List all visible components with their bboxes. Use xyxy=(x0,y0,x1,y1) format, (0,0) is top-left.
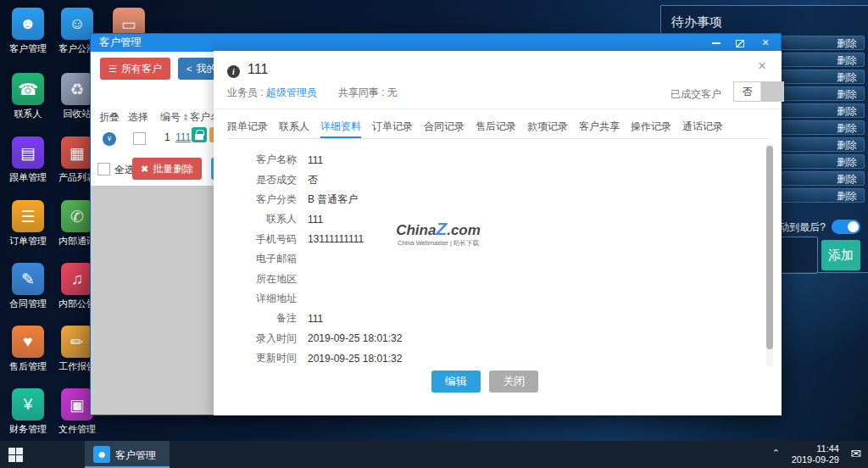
yuan-icon: ¥ xyxy=(12,388,44,421)
form-row: 录入时间2019-09-25 18:01:32 xyxy=(214,329,756,348)
app-label: 文件管理 xyxy=(53,423,101,436)
toggle-knob xyxy=(848,221,859,232)
delete-todo-button[interactable]: 删除 xyxy=(837,105,857,117)
form-row: 是否成交否 xyxy=(214,170,756,189)
delete-todo-button[interactable]: 删除 xyxy=(837,190,857,202)
tab-跟单记录[interactable]: 跟单记录 xyxy=(227,116,268,136)
column-header-2[interactable]: 编号⇕ xyxy=(160,110,189,125)
document-icon: ☰ xyxy=(12,200,44,232)
delete-todo-button[interactable]: 删除 xyxy=(837,71,857,83)
field-value: 13111111111 xyxy=(308,233,364,245)
form-row: 电子邮箱 xyxy=(214,249,756,269)
all-customers-button[interactable]: ☰所有客户 xyxy=(100,58,170,80)
speaker-icon: ♫ xyxy=(61,263,93,295)
taskbar-clock: 11:44 2019-09-29 xyxy=(792,443,839,465)
edit-button[interactable]: 编辑 xyxy=(431,370,481,393)
app-label: 跟单管理 xyxy=(4,171,52,184)
tab-详细资料[interactable]: 详细资料 xyxy=(320,116,361,138)
field-value: 111 xyxy=(308,313,323,325)
start-button[interactable] xyxy=(8,448,23,462)
salesman-link[interactable]: 超级管理员 xyxy=(266,86,317,98)
customers-icon: ☻ xyxy=(12,8,44,40)
maximize-button[interactable] xyxy=(730,34,750,52)
collapse-row-toggle[interactable]: ∨ xyxy=(103,132,116,146)
desktop-app-follow-up-management[interactable]: ▤跟单管理 xyxy=(4,136,52,184)
tab-客户共享[interactable]: 客户共享 xyxy=(579,116,620,136)
field-label: 客户分类 xyxy=(214,192,297,207)
desktop-app-finance-management[interactable]: ¥财务管理 xyxy=(4,388,52,436)
minimize-button[interactable] xyxy=(706,34,726,52)
field-value: 否 xyxy=(308,173,318,187)
contacts-icon: ☎ xyxy=(12,73,44,105)
pen-icon: ✏ xyxy=(61,326,93,358)
desktop-app-order-management[interactable]: ☰订单管理 xyxy=(4,200,52,248)
taskbar-task-customer-management[interactable]: ☻ 客户管理 xyxy=(85,441,170,468)
delete-todo-button[interactable]: 删除 xyxy=(837,156,857,168)
field-label: 更新时间 xyxy=(214,351,297,365)
form-row: 客户名称111 xyxy=(214,150,756,170)
taskbar-date: 2019-09-29 xyxy=(792,454,839,465)
form-row: 所在地区 xyxy=(214,269,756,288)
salesman-label: 业务员 : xyxy=(227,86,264,98)
tab-操作记录[interactable]: 操作记录 xyxy=(631,116,671,136)
field-label: 联系人 xyxy=(214,212,297,226)
desktop-app-contacts[interactable]: ☎联系人 xyxy=(4,73,52,120)
deal-status-switch[interactable]: 否 xyxy=(733,81,784,102)
field-label: 详细地址 xyxy=(214,292,297,306)
desktop-app-contract-management[interactable]: ✎合同管理 xyxy=(4,263,52,310)
heart-icon: ♥ xyxy=(12,326,44,358)
move-to-end-toggle[interactable] xyxy=(832,220,860,234)
batch-delete-button[interactable]: ✖批量删除 xyxy=(132,158,202,180)
add-todo-button[interactable]: 添加 xyxy=(821,240,860,270)
close-window-button[interactable]: × xyxy=(755,34,776,52)
desktop-app-customer-management[interactable]: ☻客户管理 xyxy=(4,8,52,55)
delete-todo-button[interactable]: 删除 xyxy=(837,54,857,66)
lock-icon[interactable] xyxy=(192,127,207,142)
customers-icon: ☻ xyxy=(93,446,110,463)
column-header-0: 折叠 xyxy=(99,110,120,125)
form-row: 客户分类B 普通客户 xyxy=(214,190,756,209)
delete-todo-button[interactable]: 删除 xyxy=(837,37,857,49)
dialog-scrollbar[interactable] xyxy=(766,144,773,366)
app-label: 订单管理 xyxy=(4,235,52,248)
tab-售后记录[interactable]: 售后记录 xyxy=(476,116,516,136)
taskbar: ☻ 客户管理 ⌃ 11:44 2019-09-29 ✉ xyxy=(0,441,868,468)
app-label: 客户管理 xyxy=(4,42,52,55)
customer-detail-dialog: × i 111 业务员 : 超级管理员 共享同事 : 无 已成交客户 否 跟单记… xyxy=(214,51,782,415)
tab-通话记录[interactable]: 通话记录 xyxy=(682,116,723,136)
close-button[interactable]: 关闭 xyxy=(489,370,538,393)
close-dialog-icon[interactable]: × xyxy=(758,58,766,75)
field-label: 录入时间 xyxy=(214,332,297,346)
delete-todo-button[interactable]: 删除 xyxy=(837,173,857,185)
tab-订单记录[interactable]: 订单记录 xyxy=(372,116,413,136)
row-checkbox[interactable] xyxy=(133,132,146,145)
row-number: 1 xyxy=(164,131,170,143)
mail-icon[interactable]: ✉ xyxy=(850,446,861,461)
form-row: 备注111 xyxy=(214,309,756,328)
deal-status-label: 已成交客户 xyxy=(670,87,721,102)
chevron-up-icon[interactable]: ⌃ xyxy=(772,448,780,459)
select-all-checkbox[interactable] xyxy=(97,163,110,176)
window-titlebar[interactable]: 客户管理 × xyxy=(91,34,781,52)
scrollbar-thumb[interactable] xyxy=(766,146,773,349)
delete-todo-button[interactable]: 删除 xyxy=(837,139,857,151)
tab-合同记录[interactable]: 合同记录 xyxy=(424,116,465,136)
taskbar-time: 11:44 xyxy=(792,443,839,454)
field-value: 111 xyxy=(308,214,323,226)
customer-name-link[interactable]: 111 xyxy=(175,131,191,143)
sort-icon[interactable]: ⇕ xyxy=(182,113,189,122)
app-label: 售后管理 xyxy=(4,360,52,373)
tab-联系人[interactable]: 联系人 xyxy=(279,116,309,136)
field-value: B 普通客户 xyxy=(308,192,358,207)
dialog-title: 111 xyxy=(248,62,268,77)
grid-icon: ▦ xyxy=(61,136,93,169)
info-icon: i xyxy=(227,65,240,78)
delete-todo-button[interactable]: 删除 xyxy=(837,88,857,100)
switch-knob xyxy=(761,82,783,101)
desktop-app-after-sales-management[interactable]: ♥售后管理 xyxy=(4,326,52,373)
tab-款项记录[interactable]: 款项记录 xyxy=(527,116,568,136)
delete-todo-button[interactable]: 删除 xyxy=(837,122,857,134)
field-label: 所在地区 xyxy=(214,272,297,287)
app-label: 合同管理 xyxy=(4,298,52,310)
field-label: 手机号码 xyxy=(214,232,297,247)
